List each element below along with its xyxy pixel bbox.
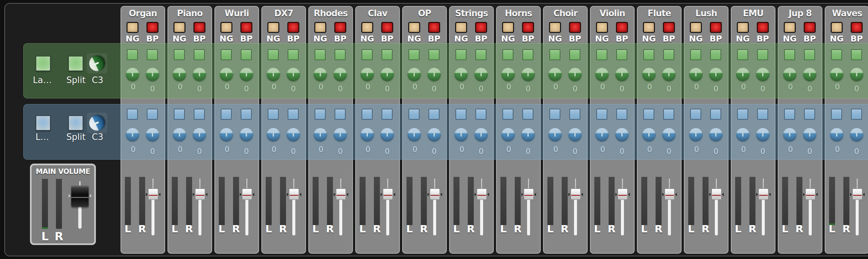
channel-fader[interactable] bbox=[429, 178, 440, 237]
blue-enable-left-button[interactable] bbox=[596, 109, 607, 120]
green-enable-left-button[interactable] bbox=[596, 49, 607, 60]
channel-fader[interactable] bbox=[758, 178, 769, 237]
green-knob-left[interactable] bbox=[220, 68, 233, 81]
blue-knob-right[interactable] bbox=[662, 128, 676, 141]
green-split-enable-button[interactable] bbox=[68, 56, 83, 71]
ng-button[interactable] bbox=[502, 22, 514, 33]
green-enable-left-button[interactable] bbox=[408, 49, 420, 60]
green-enable-right-button[interactable] bbox=[381, 49, 393, 60]
green-enable-right-button[interactable] bbox=[569, 49, 580, 60]
green-enable-left-button[interactable] bbox=[456, 49, 466, 60]
blue-knob-right[interactable] bbox=[380, 128, 394, 141]
blue-enable-right-button[interactable] bbox=[335, 109, 346, 120]
green-enable-right-button[interactable] bbox=[851, 49, 862, 60]
bp-button[interactable] bbox=[428, 22, 440, 33]
blue-knob-left[interactable] bbox=[689, 128, 703, 141]
ng-button[interactable] bbox=[314, 22, 326, 33]
green-enable-right-button[interactable] bbox=[429, 49, 439, 60]
green-enable-right-button[interactable] bbox=[757, 49, 768, 60]
channel-fader[interactable] bbox=[852, 178, 863, 237]
channel-fader[interactable] bbox=[241, 178, 253, 237]
green-knob-right[interactable] bbox=[568, 68, 582, 81]
green-knob-left[interactable] bbox=[830, 68, 843, 81]
blue-enable-left-button[interactable] bbox=[502, 109, 514, 120]
green-enable-right-button[interactable] bbox=[147, 49, 158, 60]
bp-button[interactable] bbox=[475, 22, 487, 33]
channel-fader[interactable] bbox=[288, 178, 300, 237]
green-knob-right[interactable] bbox=[240, 68, 253, 81]
ng-button[interactable] bbox=[174, 22, 185, 33]
green-knob-right[interactable] bbox=[334, 68, 347, 81]
blue-enable-left-button[interactable] bbox=[831, 109, 842, 120]
blue-enable-right-button[interactable] bbox=[663, 109, 674, 120]
blue-knob-left[interactable] bbox=[361, 128, 374, 141]
ng-button[interactable] bbox=[408, 22, 420, 33]
green-enable-left-button[interactable] bbox=[502, 49, 514, 60]
bp-button[interactable] bbox=[240, 22, 252, 33]
green-knob-right[interactable] bbox=[709, 68, 722, 81]
main-volume-fader[interactable] bbox=[71, 180, 89, 230]
green-enable-right-button[interactable] bbox=[335, 49, 346, 60]
blue-enable-right-button[interactable] bbox=[710, 109, 721, 120]
green-enable-left-button[interactable] bbox=[690, 49, 701, 60]
green-knob-right[interactable] bbox=[615, 68, 629, 81]
blue-enable-right-button[interactable] bbox=[429, 109, 439, 120]
green-enable-right-button[interactable] bbox=[663, 49, 674, 60]
blue-knob-left[interactable] bbox=[126, 128, 139, 141]
ng-button[interactable] bbox=[690, 22, 702, 33]
fader-handle[interactable] bbox=[571, 188, 581, 200]
green-enable-left-button[interactable] bbox=[643, 49, 654, 60]
green-knob-left[interactable] bbox=[642, 68, 656, 81]
blue-knob-right[interactable] bbox=[850, 128, 863, 141]
green-enable-right-button[interactable] bbox=[475, 49, 487, 60]
ng-button[interactable] bbox=[455, 22, 467, 33]
green-knob-left[interactable] bbox=[455, 68, 468, 81]
fader-handle[interactable] bbox=[664, 188, 675, 200]
ng-button[interactable] bbox=[596, 22, 608, 33]
green-enable-left-button[interactable] bbox=[268, 49, 279, 60]
bp-button[interactable] bbox=[522, 22, 534, 33]
blue-enable-left-button[interactable] bbox=[549, 109, 560, 120]
blue-knob-left[interactable] bbox=[595, 128, 609, 141]
blue-enable-left-button[interactable] bbox=[784, 109, 795, 120]
fader-handle[interactable] bbox=[712, 188, 721, 200]
blue-enable-left-button[interactable] bbox=[315, 109, 326, 120]
blue-enable-right-button[interactable] bbox=[569, 109, 580, 120]
fader-handle[interactable] bbox=[852, 188, 862, 200]
blue-knob-left[interactable] bbox=[407, 128, 421, 141]
blue-enable-left-button[interactable] bbox=[221, 109, 232, 120]
blue-knob-right[interactable] bbox=[756, 128, 770, 141]
blue-knob-right[interactable] bbox=[428, 128, 441, 141]
green-knob-right[interactable] bbox=[146, 68, 159, 81]
green-knob-left[interactable] bbox=[595, 68, 609, 81]
green-knob-right[interactable] bbox=[287, 68, 300, 81]
blue-knob-right[interactable] bbox=[803, 128, 816, 141]
blue-knob-left[interactable] bbox=[267, 128, 280, 141]
blue-enable-left-button[interactable] bbox=[127, 109, 138, 120]
blue-knob-left[interactable] bbox=[548, 128, 562, 141]
green-knob-left[interactable] bbox=[173, 68, 186, 81]
blue-enable-left-button[interactable] bbox=[174, 109, 185, 120]
channel-fader[interactable] bbox=[194, 178, 206, 237]
green-knob-left[interactable] bbox=[783, 68, 797, 81]
bp-button[interactable] bbox=[757, 22, 769, 33]
green-enable-left-button[interactable] bbox=[549, 49, 560, 60]
blue-enable-right-button[interactable] bbox=[616, 109, 627, 120]
green-knob-right[interactable] bbox=[193, 68, 206, 81]
blue-knob-right[interactable] bbox=[193, 128, 206, 141]
channel-fader[interactable] bbox=[335, 178, 347, 237]
blue-split-enable-button[interactable] bbox=[68, 115, 83, 131]
blue-enable-left-button[interactable] bbox=[408, 109, 420, 120]
fader-handle[interactable] bbox=[148, 188, 158, 200]
green-knob-right[interactable] bbox=[380, 68, 394, 81]
green-knob-right[interactable] bbox=[803, 68, 816, 81]
ng-button[interactable] bbox=[220, 22, 232, 33]
channel-fader[interactable] bbox=[148, 178, 159, 237]
blue-knob-left[interactable] bbox=[642, 128, 656, 141]
channel-fader[interactable] bbox=[570, 178, 581, 237]
channel-fader[interactable] bbox=[805, 178, 816, 237]
bp-button[interactable] bbox=[616, 22, 628, 33]
fader-handle[interactable] bbox=[618, 188, 628, 200]
green-enable-left-button[interactable] bbox=[737, 49, 748, 60]
bp-button[interactable] bbox=[381, 22, 393, 33]
